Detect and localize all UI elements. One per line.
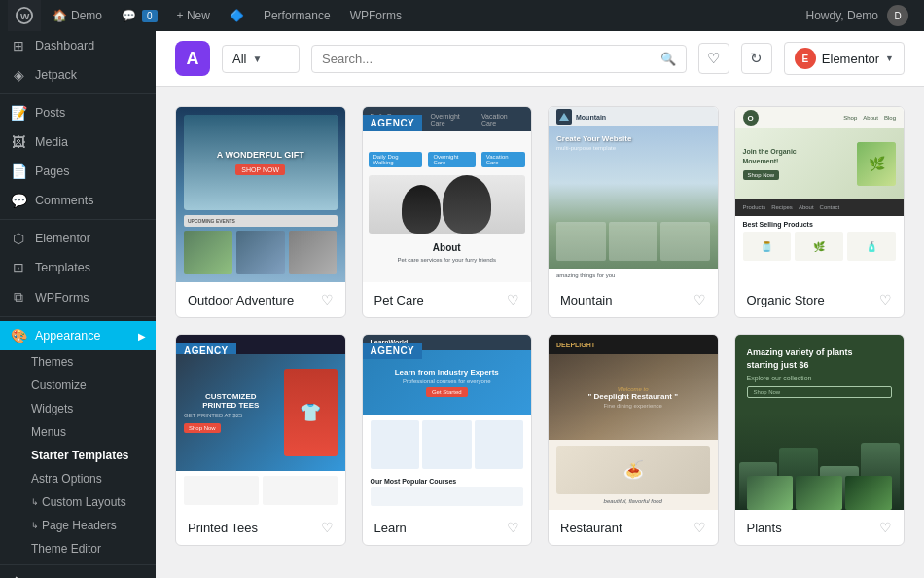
sidebar-item-comments[interactable]: 💬 Comments bbox=[0, 186, 156, 215]
sidebar: ⊞ Dashboard ◈ Jetpack 📝 Posts 🖼 Media 📄 … bbox=[0, 31, 156, 578]
template-card-learn[interactable]: AGENCY LearnWorld Learn from Industry Ex… bbox=[362, 334, 533, 546]
top-bar: A All ▼ 🔍 ♡ ↻ E Elementor ▼ bbox=[156, 31, 924, 87]
template-name: Pet Care bbox=[374, 293, 424, 307]
elementor-icon: ⬡ bbox=[10, 231, 27, 246]
adminbar-new[interactable]: + New bbox=[169, 0, 218, 31]
organic-nav: Shop About Blog bbox=[843, 115, 896, 121]
template-footer: Restaurant ♡ bbox=[549, 510, 718, 545]
adminbar-howdy[interactable]: Howdy, Demo D bbox=[799, 0, 916, 31]
svg-text:W: W bbox=[20, 11, 30, 21]
template-footer: Mountain ♡ bbox=[549, 282, 718, 317]
favorite-icon[interactable]: ♡ bbox=[321, 520, 334, 535]
sidebar-sub-themes[interactable]: Themes bbox=[0, 350, 156, 374]
appearance-icon: 🎨 bbox=[10, 328, 27, 343]
template-card-pet-care[interactable]: AGENCY Daily Dog Walking Overnight Care … bbox=[362, 106, 533, 318]
template-card-outdoor-adventure[interactable]: A WONDERFUL GIFT SHOP NOW UPCOMING EVENT… bbox=[175, 106, 346, 318]
admin-bar: W 🏠 Demo 💬 0 + New 🔷 Performance WPForms… bbox=[0, 0, 924, 31]
template-thumbnail: AGENCY SOK CUSTOMIZEDPRINTED TEES GET PR… bbox=[176, 335, 345, 510]
agency-badge: AGENCY bbox=[363, 343, 423, 359]
favorite-icon[interactable]: ♡ bbox=[507, 520, 519, 535]
wpforms-icon: ⧉ bbox=[10, 289, 27, 306]
favorite-icon[interactable]: ♡ bbox=[879, 292, 892, 307]
sidebar-sub-custom-layouts[interactable]: ↳ Custom Layouts bbox=[0, 490, 156, 514]
search-icon: 🔍 bbox=[660, 52, 676, 66]
refresh-icon: ↻ bbox=[750, 50, 763, 67]
sidebar-item-plugins[interactable]: 🔌 Plugins bbox=[0, 569, 156, 578]
search-input[interactable] bbox=[322, 52, 655, 66]
jetpack-icon: ◈ bbox=[10, 67, 27, 83]
template-card-mountain[interactable]: Mountain Create Your Website multi-purpo… bbox=[548, 106, 719, 318]
favorite-icon[interactable]: ♡ bbox=[693, 292, 706, 307]
template-footer: Plants ♡ bbox=[735, 510, 905, 545]
template-card-organic-store[interactable]: O Shop About Blog Join the OrganicMoveme… bbox=[734, 106, 906, 318]
favorites-button[interactable]: ♡ bbox=[698, 43, 729, 74]
sidebar-item-wpforms[interactable]: ⧉ WPForms bbox=[0, 282, 156, 312]
sidebar-sub-widgets[interactable]: Widgets bbox=[0, 397, 156, 420]
template-card-printed-tees[interactable]: AGENCY SOK CUSTOMIZEDPRINTED TEES GET PR… bbox=[175, 334, 346, 546]
template-card-restaurant[interactable]: DEEPLIGHT Welcome to " Deeplight Restaur… bbox=[548, 334, 719, 546]
heart-icon: ♡ bbox=[707, 50, 720, 67]
template-thumbnail: Mountain Create Your Website multi-purpo… bbox=[549, 107, 718, 282]
wp-logo[interactable]: W bbox=[8, 0, 41, 31]
chevron-down-icon: ▼ bbox=[252, 54, 262, 64]
template-thumbnail: Amazing variety of plantsstarting just $… bbox=[735, 335, 905, 510]
astra-logo: A bbox=[175, 41, 210, 76]
adminbar-wpforms[interactable]: WPForms bbox=[342, 0, 409, 31]
elementor-avatar: E bbox=[795, 48, 816, 69]
template-thumbnail: AGENCY Daily Dog Walking Overnight Care … bbox=[363, 107, 532, 282]
comments-icon: 💬 bbox=[10, 193, 27, 208]
templates-grid: A WONDERFUL GIFT SHOP NOW UPCOMING EVENT… bbox=[156, 87, 924, 565]
appearance-arrow: ▶ bbox=[138, 331, 146, 342]
template-footer: Outdoor Adventure ♡ bbox=[176, 282, 345, 317]
sidebar-item-elementor[interactable]: ⬡ Elementor bbox=[0, 224, 156, 253]
refresh-button[interactable]: ↻ bbox=[741, 43, 772, 74]
template-footer: Pet Care ♡ bbox=[363, 282, 532, 317]
main-content: A All ▼ 🔍 ♡ ↻ E Elementor ▼ bbox=[156, 31, 924, 578]
organic-logo-icon: O bbox=[743, 110, 759, 126]
favorite-icon[interactable]: ♡ bbox=[321, 292, 334, 307]
template-thumbnail: O Shop About Blog Join the OrganicMoveme… bbox=[735, 107, 905, 282]
favorite-icon[interactable]: ♡ bbox=[507, 292, 519, 307]
search-bar: 🔍 bbox=[311, 45, 687, 73]
sidebar-item-jetpack[interactable]: ◈ Jetpack bbox=[0, 60, 156, 90]
sidebar-item-templates[interactable]: ⊡ Templates bbox=[0, 253, 156, 282]
template-name: Printed Tees bbox=[188, 521, 258, 535]
user-avatar: D bbox=[887, 5, 908, 26]
home-icon: 🏠 bbox=[53, 9, 67, 22]
template-name: Organic Store bbox=[747, 293, 825, 307]
media-icon: 🖼 bbox=[10, 134, 27, 150]
template-name: Outdoor Adventure bbox=[188, 293, 294, 307]
elementor-button[interactable]: E Elementor ▼ bbox=[784, 42, 905, 75]
favorite-icon[interactable]: ♡ bbox=[693, 520, 706, 535]
filter-dropdown[interactable]: All ▼ bbox=[222, 45, 300, 73]
sidebar-sub-theme-editor[interactable]: Theme Editor bbox=[0, 537, 156, 560]
sidebar-sub-menus[interactable]: Menus bbox=[0, 420, 156, 444]
sidebar-item-appearance[interactable]: 🎨 Appearance ▶ bbox=[0, 321, 156, 350]
adminbar-performance[interactable]: Performance bbox=[256, 0, 338, 31]
sidebar-sub-astra-options[interactable]: Astra Options bbox=[0, 467, 156, 490]
svg-marker-2 bbox=[559, 113, 569, 121]
adminbar-wp-icon[interactable]: 🔷 bbox=[222, 0, 252, 31]
sidebar-sub-starter-templates[interactable]: Starter Templates bbox=[0, 444, 156, 467]
adminbar-demo[interactable]: 🏠 Demo bbox=[45, 0, 110, 31]
adminbar-comments[interactable]: 💬 0 bbox=[114, 0, 165, 31]
elementor-chevron-icon: ▼ bbox=[885, 54, 894, 63]
template-footer: Printed Tees ♡ bbox=[176, 510, 345, 545]
posts-icon: 📝 bbox=[10, 105, 27, 121]
template-footer: Learn ♡ bbox=[363, 510, 532, 545]
template-card-plants[interactable]: Amazing variety of plantsstarting just $… bbox=[734, 334, 906, 546]
custom-layouts-arrow: ↳ bbox=[31, 497, 39, 507]
template-footer: Organic Store ♡ bbox=[735, 282, 905, 317]
favorite-icon[interactable]: ♡ bbox=[879, 520, 892, 535]
mountain-logo-icon bbox=[556, 109, 572, 125]
sidebar-item-dashboard[interactable]: ⊞ Dashboard bbox=[0, 31, 156, 60]
sidebar-item-pages[interactable]: 📄 Pages bbox=[0, 157, 156, 186]
sidebar-item-posts[interactable]: 📝 Posts bbox=[0, 98, 156, 127]
sidebar-item-media[interactable]: 🖼 Media bbox=[0, 127, 156, 157]
template-name: Mountain bbox=[560, 293, 612, 307]
template-name: Plants bbox=[747, 521, 782, 535]
sidebar-sub-customize[interactable]: Customize bbox=[0, 374, 156, 397]
agency-badge: AGENCY bbox=[363, 115, 423, 131]
sidebar-sub-page-headers[interactable]: ↳ Page Headers bbox=[0, 514, 156, 537]
template-name: Restaurant bbox=[560, 521, 622, 535]
